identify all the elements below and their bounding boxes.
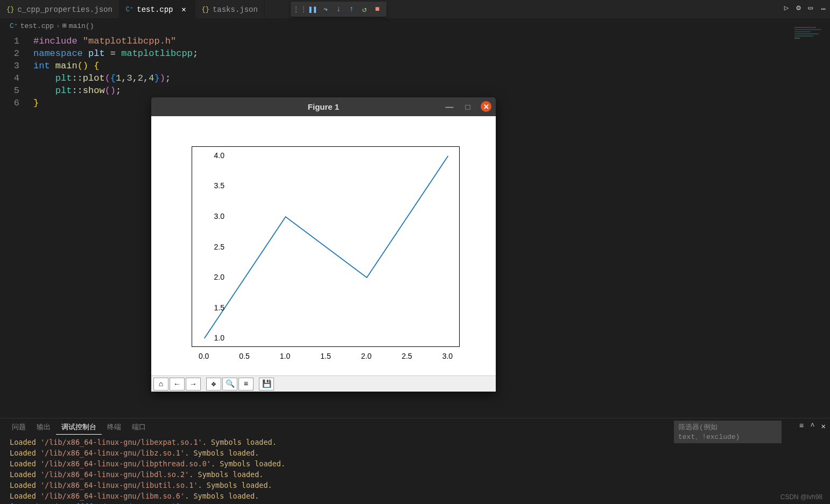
line-number: 5 bbox=[0, 84, 33, 97]
debug-restart-button[interactable]: ↺ bbox=[358, 3, 370, 15]
figure-canvas: 1.01.52.02.53.03.54.0 0.00.51.01.52.02.5… bbox=[151, 116, 496, 375]
plot-area bbox=[192, 146, 460, 347]
console-line: Loaded '/lib/x86_64-linux-gnu/libz.so.1'… bbox=[10, 448, 820, 458]
y-tick: 2.5 bbox=[214, 243, 224, 251]
y-tick: 1.0 bbox=[214, 333, 224, 342]
tab-tasks-json[interactable]: {}tasks.json bbox=[195, 0, 265, 19]
x-tick: 1.5 bbox=[320, 352, 330, 360]
panel-tab[interactable]: 输出 bbox=[31, 420, 56, 435]
y-tick: 1.5 bbox=[214, 303, 224, 312]
more-icon[interactable]: ⋯ bbox=[821, 4, 826, 13]
tab-c_cpp_properties-json[interactable]: {}c_cpp_properties.json bbox=[0, 0, 119, 19]
chevron-up-icon[interactable]: ^ bbox=[810, 422, 814, 431]
minimap[interactable] bbox=[794, 27, 827, 43]
debug-step-button[interactable]: ↑ bbox=[346, 3, 357, 15]
symbol-icon: ⊞ bbox=[62, 22, 67, 30]
line-number: 4 bbox=[0, 72, 33, 84]
console-line: Loaded '/lib/x86_64-linux-gnu/libpthread… bbox=[10, 458, 820, 469]
figtool-home[interactable]: ⌂ bbox=[153, 378, 168, 391]
console-line: Loaded '/lib/x86_64-linux-gnu/libutil.so… bbox=[10, 480, 820, 491]
code-line: 2namespace plt = matplotlibcpp; bbox=[0, 47, 830, 60]
breadcrumb[interactable]: C⁺ test.cpp › ⊞ main() bbox=[0, 19, 830, 33]
figtool-back[interactable]: ← bbox=[170, 378, 185, 391]
run-icon[interactable]: ▷ bbox=[784, 3, 789, 12]
code-line: 5 plt::show(); bbox=[0, 84, 830, 97]
panel-tab[interactable]: 问题 bbox=[6, 420, 31, 435]
figtool-save[interactable]: 💾 bbox=[259, 378, 274, 391]
code-line: 3int main() { bbox=[0, 60, 830, 72]
debug-pause-button[interactable]: ❚❚ bbox=[307, 3, 319, 15]
gear-icon[interactable]: ⚙ bbox=[796, 3, 800, 12]
line-number: 1 bbox=[0, 35, 33, 47]
maximize-button[interactable]: □ bbox=[462, 101, 473, 112]
panel-tab[interactable]: 端口 bbox=[126, 420, 151, 435]
minimize-button[interactable]: — bbox=[444, 101, 455, 112]
debug-drag-button[interactable]: ⋮⋮ bbox=[294, 3, 306, 15]
layout-icon[interactable]: ▭ bbox=[808, 3, 813, 12]
x-tick: 3.0 bbox=[442, 352, 453, 360]
x-tick: 2.0 bbox=[361, 352, 371, 360]
debug-step-button[interactable]: ↷ bbox=[320, 3, 332, 15]
code-line: 1#include "matplotlibcpp.h" bbox=[0, 35, 830, 47]
figtool-zoom[interactable]: 🔍 bbox=[222, 378, 237, 391]
figtool-sep bbox=[202, 378, 205, 391]
figtool-forward[interactable]: → bbox=[186, 378, 201, 391]
close-button[interactable]: ✕ bbox=[481, 101, 491, 112]
console-line: Loaded '/lib/x86_64-linux-gnu/libdl.so.2… bbox=[10, 469, 820, 480]
panel-tabs: 问题输出调试控制台终端端口 筛选器(例如 text、!exclude) ≡ ^ … bbox=[0, 418, 830, 436]
file-icon: {} bbox=[202, 6, 209, 13]
x-tick: 0.0 bbox=[199, 352, 209, 360]
watermark: CSDN @lvh98 bbox=[780, 493, 822, 501]
figtool-configure[interactable]: ≡ bbox=[238, 378, 254, 391]
editor-tabs: {}c_cpp_properties.jsonC⁺test.cpp✕{}task… bbox=[0, 0, 830, 19]
y-tick: 3.0 bbox=[214, 212, 224, 221]
debug-step-button[interactable]: ↓ bbox=[333, 3, 344, 15]
file-icon: {} bbox=[6, 6, 14, 13]
clear-icon[interactable]: ≡ bbox=[799, 422, 804, 431]
tab-label: c_cpp_properties.json bbox=[17, 5, 112, 14]
code-line: 4 plt::plot({1,3,2,4}); bbox=[0, 72, 830, 84]
debug-stop-button[interactable]: ■ bbox=[371, 3, 383, 15]
figure-toolbar: ⌂←→✥🔍≡💾 bbox=[151, 375, 496, 392]
y-tick: 3.5 bbox=[214, 181, 224, 190]
line-number: 6 bbox=[0, 97, 33, 109]
breadcrumb-file: test.cpp bbox=[20, 22, 54, 30]
cpp-icon: C⁺ bbox=[10, 22, 18, 30]
console-line: Loaded '/lib/x86_64-linux-gnu/libm.so.6'… bbox=[10, 491, 820, 501]
debug-console[interactable]: Loaded '/lib/x86_64-linux-gnu/libexpat.s… bbox=[0, 436, 830, 504]
figtool-pan[interactable]: ✥ bbox=[206, 378, 221, 391]
y-tick: 2.0 bbox=[214, 273, 224, 281]
debug-toolbar: ⋮⋮❚❚↷↓↑↺■ bbox=[291, 2, 386, 17]
panel-tab[interactable]: 终端 bbox=[102, 420, 126, 435]
line-number: 3 bbox=[0, 60, 33, 72]
y-tick: 4.0 bbox=[214, 151, 224, 160]
chevron-right-icon: › bbox=[56, 22, 60, 30]
bottom-panel: 问题输出调试控制台终端端口 筛选器(例如 text、!exclude) ≡ ^ … bbox=[0, 418, 830, 504]
breadcrumb-symbol: main() bbox=[69, 22, 94, 30]
x-tick: 2.5 bbox=[402, 352, 412, 360]
close-panel-icon[interactable]: ✕ bbox=[821, 422, 826, 431]
panel-tab[interactable]: 调试控制台 bbox=[56, 420, 102, 435]
figure-window: Figure 1 — □ ✕ 1.01.52.02.53.03.54.0 0.0… bbox=[151, 97, 496, 392]
console-line: [New Thread 0x7ffff24d0700 (LWP 33390)] bbox=[10, 501, 820, 504]
x-tick: 1.0 bbox=[280, 352, 290, 360]
line-number: 2 bbox=[0, 47, 33, 60]
tab-test-cpp[interactable]: C⁺test.cpp✕ bbox=[119, 0, 195, 19]
figtool-sep bbox=[255, 378, 258, 391]
tab-label: tasks.json bbox=[213, 5, 258, 14]
figure-title: Figure 1 bbox=[308, 102, 339, 111]
x-tick: 0.5 bbox=[239, 352, 249, 360]
filter-input[interactable]: 筛选器(例如 text、!exclude) bbox=[674, 421, 782, 443]
figure-titlebar[interactable]: Figure 1 — □ ✕ bbox=[151, 97, 496, 116]
tab-label: test.cpp bbox=[137, 5, 173, 14]
file-icon: C⁺ bbox=[126, 5, 133, 13]
close-icon[interactable]: ✕ bbox=[180, 5, 188, 14]
